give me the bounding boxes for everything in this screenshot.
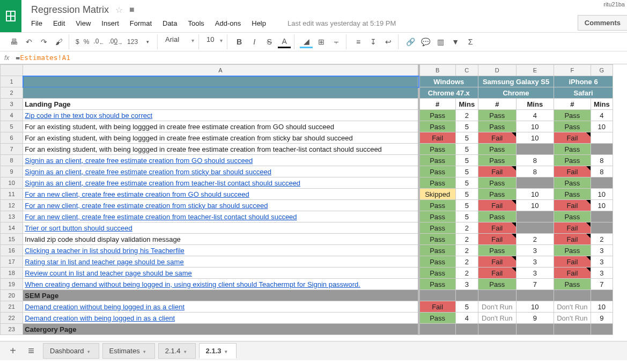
star-icon[interactable]: ☆ [115,5,123,15]
cell[interactable]: 5 [455,121,478,132]
cell[interactable]: Fail [478,256,517,268]
row-header[interactable]: 8 [1,155,23,166]
cell[interactable]: Pass [554,189,591,200]
cell[interactable] [23,87,419,99]
cell-A1[interactable] [23,76,419,87]
comments-button[interactable]: Comments [578,15,627,31]
menu-tools[interactable]: Tools [188,19,204,27]
cell[interactable]: Demand creation with being logged in as … [23,313,419,324]
cell[interactable]: Pass [478,155,517,166]
cell[interactable]: Pass [478,245,517,256]
cell[interactable]: Rating star in list and teacher page sho… [23,256,419,268]
cell[interactable]: Pass [554,110,591,121]
cell[interactable]: 5 [455,211,478,222]
menu-file[interactable]: File [31,19,42,27]
cell[interactable]: Pass [419,155,456,166]
col-header[interactable]: D [478,65,517,76]
undo-icon[interactable]: ↶ [23,35,35,48]
cell[interactable]: Pass [419,245,456,256]
cell[interactable]: 8 [516,155,554,166]
cell[interactable]: 10 [516,132,554,144]
cell[interactable]: 5 [455,177,478,189]
cell[interactable] [455,324,478,335]
row-header[interactable]: 11 [1,189,23,200]
cell[interactable] [419,290,456,301]
cell[interactable]: 3 [591,245,613,256]
cell[interactable]: Pass [554,155,591,166]
col-header[interactable]: F [554,65,591,76]
cell[interactable]: 8 [516,166,554,177]
cell[interactable]: Pass [419,144,456,155]
increase-decimal[interactable]: .00→ [107,38,124,46]
cell[interactable]: Fail [419,132,456,144]
redo-icon[interactable]: ↷ [38,35,50,48]
chevron-down-icon[interactable]: ▾ [225,349,227,354]
cell[interactable]: 9 [591,313,613,324]
cell[interactable]: Pass [554,121,591,132]
cell[interactable]: When creating demand without being logge… [23,279,419,290]
cell[interactable]: 5 [455,155,478,166]
cell[interactable]: Fail [554,268,591,279]
cell[interactable]: Safari [554,87,613,99]
row-header[interactable]: 13 [1,211,23,222]
row-header[interactable]: 16 [1,245,23,256]
cell[interactable]: Signin as an client, create free estimat… [23,155,419,166]
cell[interactable]: Fail [478,222,517,234]
cell[interactable]: 8 [591,166,613,177]
cell[interactable]: Mins [455,99,478,110]
print-icon[interactable]: 🖶 [8,35,20,48]
borders-icon[interactable]: ⊞ [315,35,328,48]
cell[interactable]: Windows [419,76,478,87]
cell[interactable]: Pass [419,279,456,290]
insert-comment-icon[interactable]: 💬 [419,35,432,48]
cell[interactable] [478,324,517,335]
chevron-down-icon[interactable]: ▾ [141,35,154,48]
cell[interactable]: Skipped [419,189,456,200]
folder-icon[interactable]: ■ [129,5,135,14]
spreadsheet-grid[interactable]: ABCDEFG1WindowsSamsung Galaxy S5iPhone 6… [0,64,627,341]
test-link[interactable]: Review count in list and teacher page sh… [25,269,191,277]
cell[interactable]: 10 [591,189,613,200]
cell[interactable]: Pass [419,234,456,245]
menu-help[interactable]: Help [252,19,266,27]
chevron-down-icon[interactable]: ▾ [184,349,187,354]
cell[interactable]: 10 [516,189,554,200]
sheet-tab[interactable]: 2.1.3▾ [199,343,237,359]
cell[interactable] [516,177,554,189]
row-header[interactable]: 18 [1,268,23,279]
cell[interactable]: Pass [419,166,456,177]
doc-title[interactable]: Regression Matrix [31,4,109,16]
cell[interactable]: Fail [554,132,591,144]
row-header[interactable]: 6 [1,132,23,144]
cell[interactable] [516,144,554,155]
cell[interactable]: Pass [419,110,456,121]
decrease-decimal[interactable]: .0← [92,38,105,46]
cell[interactable]: SEM Page [23,290,419,301]
cell[interactable]: Chrome [478,87,554,99]
more-formats[interactable]: 123 [126,38,139,46]
cell[interactable]: Fail [554,222,591,234]
row-header[interactable]: 20 [1,290,23,301]
cell[interactable]: 2 [455,245,478,256]
cell[interactable] [516,290,554,301]
row-header[interactable]: 19 [1,279,23,290]
cell[interactable]: For an new client, create free estimate … [23,189,419,200]
cell[interactable]: 2 [455,268,478,279]
menu-data[interactable]: Data [163,19,177,27]
insert-chart-icon[interactable]: ▥ [434,35,447,48]
cell[interactable]: For an existing student, with being logg… [23,144,419,155]
test-link[interactable]: For an new client, create free estimate … [25,202,268,210]
row-header[interactable]: 2 [1,87,23,99]
cell[interactable]: 2 [455,234,478,245]
cell[interactable] [591,132,613,144]
col-header[interactable]: A [23,65,419,76]
user-name[interactable]: ritu21ba [603,1,625,8]
row-header[interactable]: 22 [1,313,23,324]
cell[interactable]: 3 [516,256,554,268]
cell[interactable]: Zip code in the text box should be corre… [23,110,419,121]
row-header[interactable]: 21 [1,301,23,313]
row-header[interactable]: 7 [1,144,23,155]
cell[interactable]: For an new client, create free estimate … [23,211,419,222]
cell[interactable]: Fail [554,166,591,177]
sheet-tab[interactable]: Estimates▾ [102,343,155,359]
